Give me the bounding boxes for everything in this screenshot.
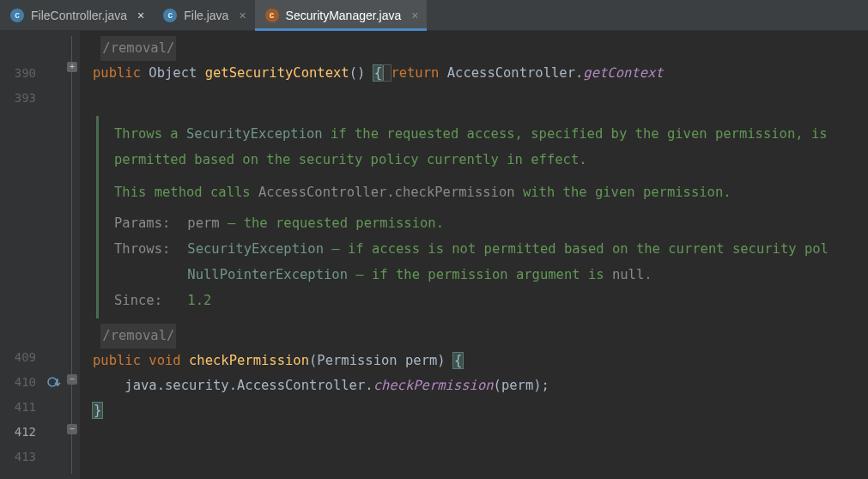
line-number: 393 (0, 86, 45, 111)
class-icon: c (10, 9, 24, 22)
fold-gutter: + − − (65, 31, 81, 479)
override-icon[interactable] (46, 374, 62, 390)
tab-label: FileController.java (31, 9, 127, 22)
line-number: 410 (0, 370, 45, 395)
fold-collapse-icon[interactable]: − (67, 424, 77, 434)
class-icon: c (163, 9, 177, 22)
svg-point-0 (48, 378, 57, 386)
javadoc-block: Throws a SecurityException if the reques… (96, 116, 868, 318)
doc-link[interactable]: NullPointerException (187, 267, 348, 282)
close-icon[interactable]: × (134, 9, 144, 22)
line-number (0, 111, 45, 345)
class-icon: c (265, 9, 279, 22)
editor[interactable]: 390 393 409 410 411 412 413 + − − /remov… (0, 31, 868, 479)
fold-expand-icon[interactable]: + (67, 62, 77, 72)
tab-file[interactable]: c File.java × (153, 0, 254, 30)
code-line[interactable]: public Object getSecurityContext() { ret… (93, 61, 868, 86)
tab-label: File.java (184, 9, 228, 22)
line-number: 409 (0, 345, 45, 370)
code-line[interactable]: java.security.AccessController.checkPerm… (93, 373, 868, 398)
tab-filecontroller[interactable]: c FileController.java × (0, 0, 153, 30)
annotation: /removal/ (100, 36, 176, 61)
doc-link[interactable]: SecurityException (187, 241, 324, 257)
annotation: /removal/ (100, 324, 176, 349)
close-icon[interactable]: × (408, 9, 418, 22)
fold-collapse-icon[interactable]: − (67, 374, 77, 385)
code-line[interactable]: } (93, 398, 868, 423)
tab-securitymanager[interactable]: c SecurityManager.java × (255, 0, 428, 30)
line-number: 413 (0, 445, 45, 470)
line-number (0, 36, 45, 61)
close-icon[interactable]: × (235, 9, 246, 22)
code-line[interactable]: public void checkPermission(Permission p… (93, 349, 868, 373)
doc-link[interactable]: SecurityException (186, 126, 323, 142)
tab-label: SecurityManager.java (286, 9, 402, 22)
code-area[interactable]: /removal/ public Object getSecurityConte… (81, 31, 868, 479)
line-number-gutter: 390 393 409 410 411 412 413 (0, 31, 45, 479)
marker-gutter (45, 31, 65, 479)
tab-bar: c FileController.java × c File.java × c … (0, 0, 868, 31)
line-number: 411 (0, 395, 45, 420)
line-number: 390 (0, 61, 45, 86)
line-number: 412 (0, 420, 45, 445)
